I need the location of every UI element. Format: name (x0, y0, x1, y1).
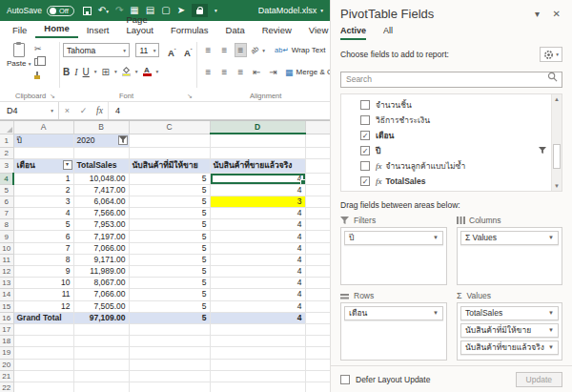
ribbon-tab-formulas[interactable]: Formulas (162, 22, 217, 38)
row-header-7[interactable]: 7 (0, 208, 13, 219)
cell-D19[interactable] (210, 347, 305, 359)
cell-C8[interactable]: 5 (129, 219, 210, 231)
cell-C4[interactable]: 5 (129, 173, 210, 184)
columns-box[interactable]: Σ Values▼ (457, 227, 562, 285)
cell-B3[interactable]: TotalSales (73, 158, 129, 173)
row-header-18[interactable]: 18 (0, 336, 13, 347)
tools-button[interactable]: ▾ (540, 47, 562, 62)
row-header-14[interactable]: 14 (0, 289, 13, 300)
select-all-corner[interactable] (0, 121, 13, 134)
cell-A4[interactable]: 1 (13, 173, 73, 184)
area-item-นับสินค้าที่มีให้ขาย[interactable]: นับสินค้าที่มีให้ขาย▼ (460, 323, 559, 338)
font-dialog-launcher-icon[interactable]: ↘ (187, 93, 193, 100)
page-icon[interactable]: ▢ (161, 6, 170, 15)
tab-all[interactable]: All (383, 26, 393, 40)
merge-center-button[interactable]: ▦ Merge & Center (285, 68, 330, 77)
area-item-dropdown-icon[interactable]: ▼ (548, 344, 554, 350)
cell-A7[interactable]: 4 (13, 208, 73, 219)
align-left-button[interactable]: ≡ (202, 66, 214, 78)
shrink-font-button[interactable]: Aˇ (184, 48, 193, 58)
cell-D18[interactable] (210, 336, 305, 347)
row-header-5[interactable]: 5 (0, 184, 13, 196)
cell-D6[interactable]: 3 (210, 196, 305, 207)
area-item-dropdown-icon[interactable]: ▼ (433, 310, 439, 316)
cell-E16[interactable] (305, 312, 330, 323)
cell-A14[interactable]: 11 (13, 289, 73, 300)
cell-D17[interactable] (210, 323, 305, 335)
middle-align-button[interactable]: ≡ (218, 44, 231, 56)
cell-E2[interactable] (305, 147, 330, 158)
cell-C20[interactable] (129, 359, 210, 370)
cell-C3[interactable]: นับสินค้าที่มีให้ขาย (129, 158, 210, 173)
row-header-19[interactable]: 19 (0, 347, 13, 359)
cell-A8[interactable]: 5 (13, 219, 73, 231)
field-checkbox[interactable] (360, 131, 370, 140)
font-size-select[interactable]: 11▾ (135, 43, 159, 57)
cell-A17[interactable] (13, 323, 73, 335)
cell-E3[interactable] (305, 158, 330, 173)
cell-B16[interactable]: 97,109.00 (73, 312, 129, 323)
field-list-scrollbar[interactable]: ▲ ▼ (551, 94, 562, 191)
row-header-10[interactable]: 10 (0, 242, 13, 254)
cell-C16[interactable]: 5 (129, 312, 210, 323)
cell-E8[interactable] (305, 219, 330, 231)
cell-A11[interactable]: 8 (13, 254, 73, 265)
paste-button[interactable]: Paste ▾ (7, 43, 31, 68)
cell-C2[interactable] (129, 147, 210, 158)
cell-B2[interactable] (73, 147, 129, 158)
area-item-นับสินค้าที่ขายแล้วจริง[interactable]: นับสินค้าที่ขายแล้วจริง▼ (460, 340, 559, 355)
tab-active[interactable]: Active (340, 26, 366, 40)
autosave-toggle[interactable]: Off (47, 6, 74, 16)
cell-D4[interactable]: 4 (210, 173, 305, 184)
cell-A21[interactable] (13, 370, 73, 382)
cell-C18[interactable] (129, 336, 210, 347)
row-header-6[interactable]: 6 (0, 196, 13, 207)
cell-A20[interactable] (13, 359, 73, 370)
cell-E18[interactable] (305, 336, 330, 347)
cell-E1[interactable] (305, 134, 330, 147)
cell-E19[interactable] (305, 347, 330, 359)
field-checkbox[interactable] (360, 115, 370, 125)
cell-D5[interactable]: 4 (210, 184, 305, 196)
field-checkbox[interactable] (360, 100, 370, 110)
cell-B9[interactable]: 7,197.00 (73, 231, 129, 242)
name-box[interactable]: D4 ▾ (0, 102, 59, 119)
enter-entry-icon[interactable]: ✓ (75, 106, 92, 115)
cell-A5[interactable]: 2 (13, 184, 73, 196)
column-header-A[interactable]: A (13, 121, 73, 134)
cell-B19[interactable] (73, 347, 129, 359)
area-item-totalsales[interactable]: TotalSales▼ (460, 306, 559, 320)
cell-B4[interactable]: 10,048.00 (73, 173, 129, 184)
row-header-22[interactable]: 22 (0, 382, 13, 392)
row-header-9[interactable]: 9 (0, 231, 13, 242)
cell-C21[interactable] (129, 370, 210, 382)
cell-E14[interactable] (305, 289, 330, 300)
cell-A3[interactable]: เดือน▾ (13, 158, 73, 173)
undo-icon[interactable]: ↶▾ (98, 6, 109, 16)
cell-D21[interactable] (210, 370, 305, 382)
cell-D7[interactable]: 4 (210, 208, 305, 219)
cell-D8[interactable]: 4 (210, 219, 305, 231)
cell-B20[interactable] (73, 359, 129, 370)
cell-C13[interactable]: 5 (129, 278, 210, 289)
formula-input[interactable]: 4 (108, 102, 330, 119)
cell-D15[interactable]: 4 (210, 300, 305, 312)
row-header-21[interactable]: 21 (0, 370, 13, 382)
decrease-indent-button[interactable]: ⇤ (251, 66, 263, 78)
ribbon-tab-insert[interactable]: Insert (78, 22, 118, 38)
autofilter-dropdown-button[interactable]: ▾ (63, 160, 72, 170)
cell-B6[interactable]: 6,064.00 (73, 196, 129, 207)
row-header-20[interactable]: 20 (0, 359, 13, 370)
cell-A12[interactable]: 9 (13, 266, 73, 278)
insert-function-icon[interactable]: fx (92, 106, 108, 115)
pane-close-icon[interactable]: ✕ (553, 9, 561, 19)
cell-B10[interactable]: 7,066.00 (73, 242, 129, 254)
cell-B12[interactable]: 11,989.00 (73, 266, 129, 278)
cell-B18[interactable] (73, 336, 129, 347)
cell-B15[interactable]: 7,505.00 (73, 300, 129, 312)
row-header-3[interactable]: 3 (0, 158, 13, 173)
increase-indent-button[interactable]: ⇥ (267, 66, 279, 78)
cut-button[interactable]: ✂ (34, 44, 46, 53)
filters-box[interactable]: ปี▼ (340, 227, 447, 285)
field-item-ปี[interactable]: ปี (341, 143, 562, 158)
